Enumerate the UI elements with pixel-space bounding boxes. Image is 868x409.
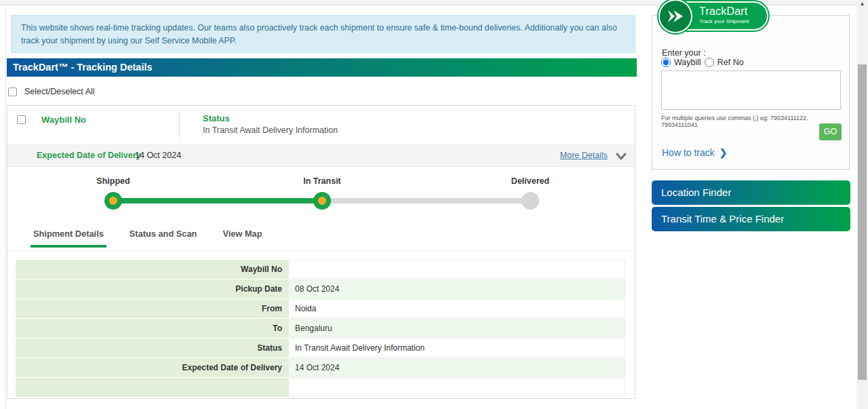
row-label: Waybill No — [16, 260, 289, 279]
progress-dot-shipped — [104, 192, 122, 210]
dart-arrow-icon — [658, 0, 692, 33]
row-label: From — [16, 299, 289, 318]
table-row: Pickup Date 08 Oct 2024 — [16, 279, 625, 298]
tab-view-map[interactable]: View Map — [220, 229, 264, 248]
row-value: Bengaluru — [289, 319, 625, 338]
row-label: Status — [16, 338, 289, 357]
row-value — [289, 260, 625, 279]
how-to-track-label: How to track — [662, 147, 715, 158]
progress-dot-in-transit — [313, 192, 331, 210]
chevron-down-icon[interactable] — [616, 151, 627, 163]
logo-subtitle: Track your Shipment — [699, 18, 749, 24]
waybill-column-header: Waybill No — [41, 115, 86, 125]
table-row: From Noida — [16, 299, 625, 318]
table-row: Status In Transit Await Delivery Informa… — [16, 338, 625, 357]
table-row — [16, 378, 625, 397]
column-separator — [179, 112, 180, 138]
tracking-card: Waybill No Status In Transit Await Deliv… — [7, 105, 635, 399]
row-label — [16, 378, 289, 397]
page-title: TrackDart™ - Tracking Details — [13, 62, 153, 73]
row-label: Pickup Date — [16, 279, 289, 298]
page-title-bar: TrackDart™ - Tracking Details — [7, 58, 637, 77]
progress-dot-inner — [109, 197, 117, 205]
more-details-link[interactable]: More Details — [560, 145, 608, 166]
waybill-input[interactable] — [661, 71, 841, 110]
logo-title: TrackDart — [699, 5, 749, 18]
progress-dot-delivered — [521, 192, 539, 210]
expected-delivery-row: Expected Date of Delivery 14 Oct 2024 Mo… — [7, 144, 635, 167]
progress-dot-inner — [318, 197, 326, 205]
row-value: 14 Oct 2024 — [289, 358, 625, 377]
waybill-radio-label[interactable]: Waybill — [674, 58, 701, 67]
info-banner: This website shows real-time tracking up… — [11, 15, 635, 53]
row-value: Noida — [289, 299, 625, 318]
tabs-divider — [7, 251, 635, 252]
content-left-border — [5, 5, 6, 409]
chevron-right-icon: ❯ — [719, 147, 728, 158]
logo-text: TrackDart Track your Shipment — [699, 5, 749, 24]
refno-radio[interactable] — [705, 58, 714, 67]
refno-radio-label[interactable]: Ref No — [717, 58, 744, 67]
tab-status-and-scan[interactable]: Status and Scan — [127, 229, 200, 248]
shipment-checkbox[interactable] — [17, 115, 26, 124]
row-value: In Transit Await Delivery Information — [289, 338, 625, 357]
status-column-header: Status — [203, 113, 338, 123]
waybill-radio[interactable] — [661, 58, 671, 67]
row-value — [289, 378, 625, 397]
tab-shipment-details[interactable]: Shipment Details — [31, 229, 106, 248]
transit-time-price-finder-button[interactable]: Transit Time & Price Finder — [652, 207, 850, 231]
table-row: Expected Date of Delivery 14 Oct 2024 — [16, 358, 625, 377]
tracking-type-radios: Waybill Ref No — [661, 58, 744, 67]
scrollbar[interactable]: ▲ — [856, 0, 868, 409]
info-banner-text: This website shows real-time tracking up… — [21, 23, 617, 45]
row-label: To — [16, 319, 289, 338]
status-value: In Transit Await Delivery Information — [203, 125, 338, 135]
progress-step-label-shipped: Shipped — [96, 176, 130, 186]
scrollbar-thumb[interactable] — [858, 64, 867, 380]
table-row: Waybill No — [16, 260, 625, 279]
detail-tabs: Shipment Details Status and Scan View Ma… — [31, 229, 264, 248]
how-to-track-link[interactable]: How to track ❯ — [662, 147, 728, 158]
select-all-row: Select/Deselect All — [8, 87, 95, 96]
progress-track-completed — [113, 198, 326, 203]
status-block: Status In Transit Await Delivery Informa… — [203, 113, 338, 135]
scroll-up-arrow-icon[interactable]: ▲ — [856, 1, 868, 7]
go-button[interactable]: GO — [819, 123, 842, 140]
progress-step-label-in-transit: In Transit — [303, 176, 341, 186]
expected-delivery-label: Expected Date of Delivery — [37, 145, 141, 166]
progress-step-label-delivered: Delivered — [511, 176, 549, 186]
enter-your-label: Enter your : — [662, 48, 706, 58]
trackdart-logo: TrackDart Track your Shipment — [660, 1, 768, 31]
shipment-details-table: Waybill No Pickup Date 08 Oct 2024 From … — [16, 260, 625, 397]
select-all-checkbox[interactable] — [8, 87, 17, 96]
row-value: 08 Oct 2024 — [289, 279, 625, 298]
row-label: Expected Date of Delivery — [16, 358, 289, 377]
table-row: To Bengaluru — [16, 319, 625, 338]
multiple-queries-note: For multiple queries use commas (,) eg: … — [661, 115, 846, 128]
location-finder-button[interactable]: Location Finder — [652, 180, 850, 205]
expected-delivery-date: 14 Oct 2024 — [135, 145, 181, 166]
select-all-label: Select/Deselect All — [24, 87, 95, 96]
